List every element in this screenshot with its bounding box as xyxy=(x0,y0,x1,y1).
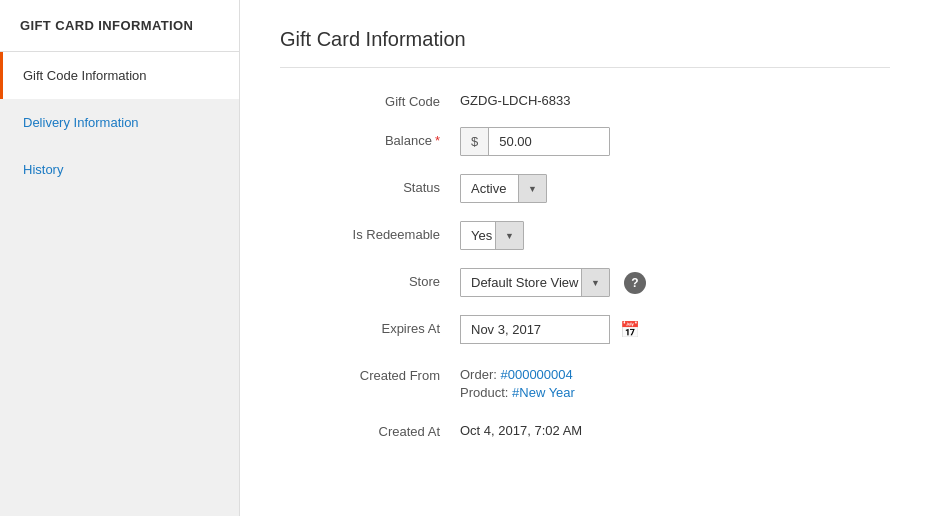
balance-input[interactable] xyxy=(489,128,609,155)
created-from-label: Created From xyxy=(280,362,460,383)
status-value-wrap: Active Inactive Used Expired xyxy=(460,174,890,203)
created-from-order-label: Order: xyxy=(460,367,500,382)
is-redeemable-value-wrap: Yes No xyxy=(460,221,890,250)
balance-prefix: $ xyxy=(461,128,489,155)
sidebar-item-label: Delivery Information xyxy=(23,115,139,130)
created-at-label: Created At xyxy=(280,418,460,439)
expires-at-input[interactable] xyxy=(460,315,610,344)
status-row: Status Active Inactive Used Expired xyxy=(280,174,890,203)
created-from-value: Order: #000000004 Product: #New Year xyxy=(460,362,575,400)
store-value-wrap: Default Store View Main Website ? xyxy=(460,268,890,297)
created-from-product-link[interactable]: #New Year xyxy=(512,385,575,400)
gift-code-value-wrap: GZDG-LDCH-6833 xyxy=(460,88,890,108)
store-help-icon[interactable]: ? xyxy=(624,272,646,294)
balance-input-group: $ xyxy=(460,127,610,156)
page-title: Gift Card Information xyxy=(280,28,890,68)
balance-row: Balance* $ xyxy=(280,127,890,156)
store-row: Store Default Store View Main Website ? xyxy=(280,268,890,297)
store-label: Store xyxy=(280,268,460,289)
created-from-value-wrap: Order: #000000004 Product: #New Year xyxy=(460,362,890,400)
gift-code-value: GZDG-LDCH-6833 xyxy=(460,88,571,108)
is-redeemable-select[interactable]: Yes No xyxy=(461,222,523,249)
sidebar-title: GIFT CARD INFORMATION xyxy=(0,0,239,52)
is-redeemable-row: Is Redeemable Yes No xyxy=(280,221,890,250)
sidebar-item-label: History xyxy=(23,162,63,177)
expires-at-label: Expires At xyxy=(280,315,460,336)
balance-value-wrap: $ xyxy=(460,127,890,156)
status-select-wrap: Active Inactive Used Expired xyxy=(460,174,547,203)
store-select-wrap: Default Store View Main Website xyxy=(460,268,610,297)
gift-code-row: Gift Code GZDG-LDCH-6833 xyxy=(280,88,890,109)
calendar-icon[interactable]: 📅 xyxy=(616,316,644,344)
gift-code-label: Gift Code xyxy=(280,88,460,109)
sidebar-item-gift-code-information[interactable]: Gift Code Information xyxy=(0,52,239,99)
balance-required: * xyxy=(435,133,440,148)
sidebar: GIFT CARD INFORMATION Gift Code Informat… xyxy=(0,0,240,516)
expires-at-row: Expires At 📅 xyxy=(280,315,890,344)
expires-at-value-wrap: 📅 xyxy=(460,315,890,344)
created-at-row: Created At Oct 4, 2017, 7:02 AM xyxy=(280,418,890,439)
sidebar-item-delivery-information[interactable]: Delivery Information xyxy=(0,99,239,146)
is-redeemable-label: Is Redeemable xyxy=(280,221,460,242)
status-label: Status xyxy=(280,174,460,195)
sidebar-item-history[interactable]: History xyxy=(0,146,239,193)
created-at-value-wrap: Oct 4, 2017, 7:02 AM xyxy=(460,418,890,438)
created-from-row: Created From Order: #000000004 Product: … xyxy=(280,362,890,400)
sidebar-item-label: Gift Code Information xyxy=(23,68,147,83)
created-from-order-line: Order: #000000004 xyxy=(460,367,575,382)
store-select[interactable]: Default Store View Main Website xyxy=(461,269,609,296)
created-from-order-link[interactable]: #000000004 xyxy=(500,367,572,382)
date-input-wrap: 📅 xyxy=(460,315,644,344)
created-at-value: Oct 4, 2017, 7:02 AM xyxy=(460,418,582,438)
main-content: Gift Card Information Gift Code GZDG-LDC… xyxy=(240,0,930,516)
is-redeemable-select-wrap: Yes No xyxy=(460,221,524,250)
created-from-product-label: Product: xyxy=(460,385,512,400)
balance-label: Balance* xyxy=(280,127,460,148)
status-select[interactable]: Active Inactive Used Expired xyxy=(461,175,546,202)
created-from-product-line: Product: #New Year xyxy=(460,385,575,400)
